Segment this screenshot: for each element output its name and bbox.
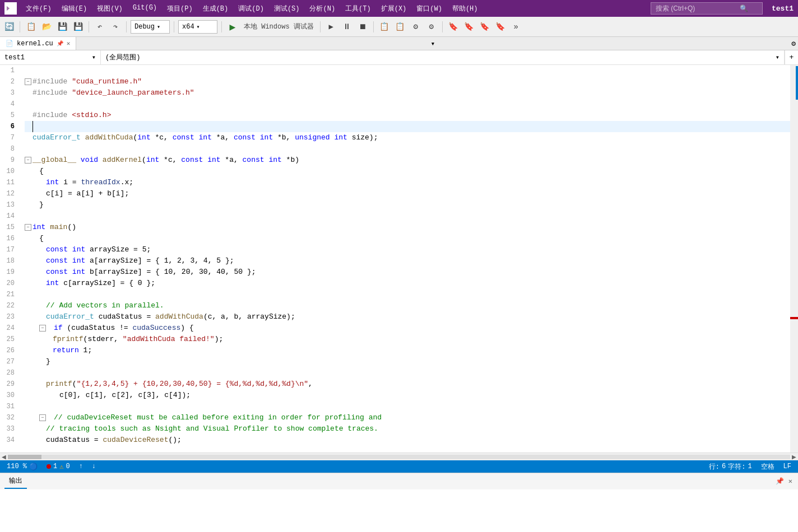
collapse-line15[interactable]: − [25,224,31,231]
run-label[interactable]: 本地 Windows 调试器 [244,22,314,31]
collapse-line24[interactable]: − [39,325,46,332]
status-nav-up[interactable]: ↑ [77,463,85,470]
line-num-27: 27 [0,356,18,367]
toolbar-btn-extra7[interactable]: ⚙ [425,20,438,34]
collapse-line9[interactable]: − [25,157,31,164]
toolbar-open-btn[interactable]: 📂 [40,20,53,34]
output-pin-btn[interactable]: 📌 [774,476,785,487]
horizontal-scrollbar[interactable]: ◀ ▶ [0,452,798,460]
code-line-21 [25,289,790,300]
tab-kernel-cu[interactable]: 📄 kernel.cu 📌 ✕ [0,37,76,50]
code-line-17: const int arraySize = 5; [25,244,790,255]
code-line-23: cudaError_t cudaStatus = addWithCuda (c,… [25,311,790,323]
toolbar-redo-btn[interactable]: ↷ [109,20,122,34]
status-errors[interactable]: 1 ⚠ 0 [44,463,72,471]
toolbar-bookmark[interactable]: 🔖 [447,20,460,34]
toolbar-btn-extra2[interactable]: ⏸ [340,20,354,34]
line-num-24: 24 [0,323,18,334]
search-icon: 🔍 [740,4,748,13]
toolbar-bookmark2[interactable]: 🔖 [462,20,476,34]
menu-bar: 文件(F) 编辑(E) 视图(V) Git(G) 项目(P) 生成(B) 调试(… [21,3,651,15]
tab-filename: kernel.cu [17,40,53,48]
line-num-4: 4 [0,99,18,110]
toolbar-bookmark3[interactable]: 🔖 [478,20,491,34]
output-tab[interactable]: 输出 [4,474,27,489]
collapse-line2[interactable]: − [25,78,31,85]
menu-tools[interactable]: 工具(T) [341,3,375,15]
toolbar-bookmark4[interactable]: 🔖 [494,20,507,34]
code-line-8 [25,143,790,155]
search-input[interactable] [656,4,740,12]
menu-project[interactable]: 项目(P) [163,3,197,15]
tab-close-btn[interactable]: ✕ [67,40,71,47]
line-num-30: 30 [0,390,18,401]
code-line-19: const int b[arraySize] = { 10, 20, 30, 4… [25,267,790,278]
line-num-1: 1 [0,65,18,76]
status-zoom[interactable]: 110 % 🔵 [4,463,40,471]
scroll-thumb-h [8,455,41,459]
line-num-20: 20 [0,278,18,289]
code-line-27: } [25,356,790,367]
tab-scroll-right[interactable]: ▾ [428,37,437,50]
editor-container: 1 2 3 4 5 6 7 8 9 10 11 12 13 14 15 16 1… [0,65,798,452]
toolbar-save-btn[interactable]: 💾 [55,20,69,34]
line-num-31: 31 [0,401,18,412]
line-num-11: 11 [0,177,18,188]
menu-window[interactable]: 窗口(W) [412,3,447,15]
scroll-right-btn[interactable]: ▶ [790,453,798,461]
status-space: 空格 [759,462,777,472]
line-num-23: 23 [0,311,18,323]
tab-file-icon: 📄 [6,40,13,47]
scroll-track[interactable] [8,455,790,459]
menu-analyze[interactable]: 分析(N) [305,3,340,15]
output-close-btn[interactable]: ✕ [787,476,794,487]
code-line-1 [25,65,790,76]
error-icon [47,464,51,469]
nav-up-icon: ↑ [79,463,83,470]
menu-view[interactable]: 视图(V) [92,3,127,15]
menu-build[interactable]: 生成(B) [198,3,233,15]
toolbar-sync-btn[interactable]: 🔄 [2,20,16,34]
code-line-5: #include <stdio.h> [25,110,790,121]
toolbar-btn-extra5[interactable]: 📋 [393,20,407,34]
line-num-13: 13 [0,199,18,211]
toolbar-undo-btn[interactable]: ↶ [93,20,106,34]
scope-add-btn[interactable]: + [785,50,798,64]
code-line-20: int c[arraySize] = { 0 }; [25,278,790,289]
code-line-9: − __global__ void addKernel ( int *c, co… [25,155,790,166]
scope-project-arrow: ▾ [92,53,96,62]
row-label: 行: [709,462,720,472]
menu-test[interactable]: 测试(S) [270,3,304,15]
scroll-left-btn[interactable]: ◀ [0,453,8,461]
code-area[interactable]: − #include "cuda_runtime.h" #include "de… [22,65,790,452]
menu-debug[interactable]: 调试(D) [234,3,268,15]
tab-pin-icon[interactable]: 📌 [57,40,63,47]
vertical-scrollbar[interactable] [790,65,798,452]
toolbar-extra[interactable]: » [509,20,523,34]
menu-file[interactable]: 文件(F) [21,3,56,15]
toolbar-saveall-btn[interactable]: 💾 [71,20,85,34]
search-box[interactable]: 🔍 [651,2,763,15]
scope-project-dropdown[interactable]: test1 ▾ [0,50,101,64]
menu-extensions[interactable]: 扩展(X) [377,3,411,15]
code-line-3: #include "device_launch_parameters.h" [25,87,790,99]
collapse-line32[interactable]: − [39,414,46,421]
toolbar-btn-extra1[interactable]: ▶ [324,20,338,34]
tab-settings[interactable]: ⚙ [789,37,798,50]
toolbar-btn-extra6[interactable]: ⚙ [409,20,423,34]
run-btn[interactable]: ▶ [226,20,239,34]
menu-edit[interactable]: 编辑(E) [57,3,92,15]
menu-git[interactable]: Git(G) [128,3,161,15]
debug-config-dropdown[interactable]: Debug ▾ [131,20,170,34]
scope-context-dropdown[interactable]: (全局范围) ▾ [101,50,785,64]
menu-help[interactable]: 帮助(H) [448,3,482,15]
debug-config-arrow: ▾ [157,24,160,30]
toolbar-btn-extra4[interactable]: 📋 [378,20,391,34]
scope-project-label: test1 [4,54,25,62]
toolbar-new-btn[interactable]: 📋 [24,20,38,34]
status-nav-down[interactable]: ↓ [90,463,98,470]
toolbar-btn-extra3[interactable]: ⏹ [356,20,369,34]
nav-down-icon: ↓ [92,463,96,470]
platform-dropdown[interactable]: x64 ▾ [178,20,217,34]
line-num-25: 25 [0,334,18,345]
